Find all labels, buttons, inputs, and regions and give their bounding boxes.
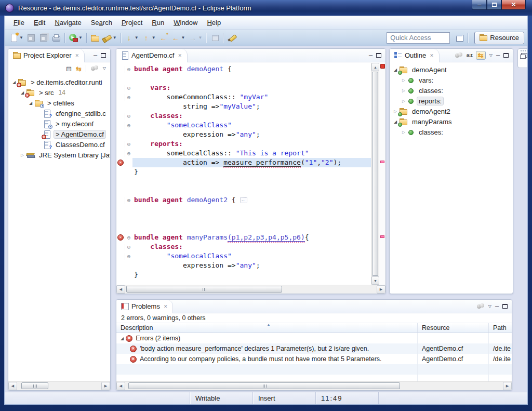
search-button[interactable]: ▼ bbox=[101, 32, 118, 44]
outline-item[interactable]: ▷classes: bbox=[390, 85, 513, 96]
view-menu-icon[interactable]: ▽ bbox=[489, 54, 493, 58]
drag-handle-icon[interactable] bbox=[521, 50, 527, 51]
project-explorer-item[interactable]: ◢> cfefiles bbox=[8, 98, 110, 108]
problems-row[interactable]: ◢Errors (2 items) bbox=[116, 333, 512, 343]
link-with-editor-icon[interactable]: ⇆ bbox=[76, 65, 82, 72]
view-menu-icon[interactable]: ▽ bbox=[103, 67, 106, 71]
code-line[interactable]: } bbox=[116, 270, 371, 280]
maximize-view-icon[interactable] bbox=[503, 53, 509, 58]
project-explorer-item[interactable]: > my.cfeconf bbox=[8, 118, 110, 129]
run-external-tools-button[interactable]: ▼ bbox=[67, 32, 84, 44]
code-line[interactable]: string =>"myValue"; bbox=[116, 102, 371, 111]
problems-row[interactable]: According to our company policies, a bun… bbox=[116, 354, 512, 364]
previous-annotation-button[interactable]: ▼ bbox=[140, 32, 157, 44]
outline-item[interactable]: ▷classes: bbox=[390, 127, 513, 137]
close-view-icon[interactable]: ✕ bbox=[75, 53, 79, 58]
dropdown-arrow-icon[interactable]: ▼ bbox=[198, 35, 203, 40]
scroll-track[interactable] bbox=[125, 382, 503, 390]
scroll-down-icon[interactable]: ▼ bbox=[371, 276, 379, 285]
fold-collapse-icon[interactable]: ⊖ bbox=[125, 66, 132, 73]
code-line[interactable]: ⊖ "someLocalClass" bbox=[116, 251, 371, 261]
code-line[interactable] bbox=[116, 186, 371, 195]
code-line[interactable] bbox=[116, 214, 371, 223]
column-header-description[interactable]: Description▲ bbox=[116, 323, 418, 333]
close-view-icon[interactable]: ✕ bbox=[430, 53, 434, 58]
project-explorer-item[interactable]: ▷JRE System Library [Jav bbox=[8, 150, 110, 160]
fold-collapse-icon[interactable]: ⊖ bbox=[125, 113, 132, 120]
code-line[interactable]: } bbox=[116, 167, 371, 177]
dropdown-arrow-icon[interactable]: ▼ bbox=[19, 35, 23, 40]
project-explorer-item[interactable]: cfengine_stdlib.c bbox=[8, 108, 110, 118]
scroll-left-icon[interactable]: ◀ bbox=[8, 382, 17, 390]
project-explorer-item[interactable]: ◢> de.itemis.cfeditor.runti bbox=[8, 77, 110, 87]
error-marker-icon[interactable] bbox=[380, 235, 384, 238]
code-line[interactable]: ⊕bundle agent demoAgent2 { bbox=[116, 195, 371, 205]
scroll-thumb[interactable] bbox=[128, 382, 400, 389]
project-explorer-item[interactable]: ◢> src14 bbox=[8, 87, 110, 98]
scroll-track[interactable] bbox=[17, 382, 101, 390]
outline-item[interactable]: ▷demoAgent2 bbox=[390, 106, 513, 116]
code-line[interactable]: expression =>"any"; bbox=[116, 261, 371, 270]
focus-icon[interactable] bbox=[90, 65, 99, 72]
collapsed-arrow-icon[interactable]: ▷ bbox=[400, 130, 407, 135]
forward-button[interactable]: ▼ bbox=[187, 32, 204, 44]
fold-collapse-icon[interactable]: ⊖ bbox=[125, 150, 132, 157]
collapsed-arrow-icon[interactable]: ▷ bbox=[400, 88, 407, 93]
code-line[interactable]: expression =>"any"; bbox=[116, 130, 371, 139]
code-line[interactable]: action => measure_performance("1","2"); bbox=[116, 158, 371, 167]
collapsed-arrow-icon[interactable]: ▷ bbox=[19, 153, 26, 157]
menu-project[interactable]: Project bbox=[117, 17, 147, 28]
code-line[interactable] bbox=[116, 223, 371, 233]
close-editor-icon[interactable]: ✕ bbox=[178, 53, 182, 58]
gutter-error-marker[interactable] bbox=[116, 234, 125, 241]
scroll-thumb[interactable] bbox=[126, 286, 282, 293]
code-line[interactable]: ⊖ someLocalClass:: "This is a report" bbox=[116, 149, 371, 158]
quick-access-input[interactable] bbox=[387, 32, 450, 44]
focus-icon[interactable] bbox=[476, 303, 485, 310]
fold-expand-icon[interactable]: ⊕ bbox=[125, 197, 132, 204]
overview-ruler[interactable] bbox=[379, 63, 385, 285]
scroll-track[interactable] bbox=[371, 71, 379, 276]
print-button[interactable] bbox=[50, 32, 62, 44]
scroll-thumb[interactable] bbox=[21, 382, 48, 389]
fold-collapse-icon[interactable]: ⊖ bbox=[125, 141, 132, 148]
code-line[interactable]: ⊖ "someLocalClass" bbox=[116, 121, 371, 130]
link-with-editor-button[interactable] bbox=[208, 32, 221, 44]
sort-icon[interactable]: a↓z bbox=[467, 53, 472, 58]
scroll-track[interactable] bbox=[125, 285, 377, 294]
fold-collapse-icon[interactable]: ⊖ bbox=[125, 253, 132, 260]
code-line[interactable]: ⊖ reports: bbox=[116, 139, 371, 149]
menu-window[interactable]: Window bbox=[169, 17, 202, 28]
expanded-arrow-icon[interactable]: ◢ bbox=[121, 336, 124, 341]
menu-navigate[interactable]: Navigate bbox=[50, 17, 86, 28]
collapsed-arrow-icon[interactable]: ▷ bbox=[400, 99, 407, 103]
outline-item[interactable]: ▷reports: bbox=[390, 96, 513, 106]
back-button[interactable]: ▼ bbox=[170, 32, 187, 44]
project-explorer-item[interactable]: > AgentDemo.cf bbox=[8, 129, 110, 139]
project-explorer-item[interactable]: ClassesDemo.cf bbox=[8, 139, 110, 150]
collapse-all-icon[interactable]: ⊟ bbox=[66, 65, 72, 72]
save-button[interactable] bbox=[25, 32, 37, 44]
dropdown-arrow-icon[interactable]: ▼ bbox=[135, 35, 139, 40]
new-wizard-button[interactable]: ▼ bbox=[8, 32, 25, 44]
scroll-right-icon[interactable]: ▶ bbox=[503, 382, 512, 390]
minimize-editor-icon[interactable]: ─ bbox=[369, 53, 373, 58]
gutter-error-marker[interactable] bbox=[116, 160, 125, 166]
fold-collapse-icon[interactable]: ⊖ bbox=[125, 85, 132, 91]
view-menu-icon[interactable]: ▽ bbox=[488, 304, 491, 309]
column-header-resource[interactable]: Resource bbox=[418, 323, 489, 333]
code-line[interactable] bbox=[116, 74, 371, 83]
folded-region-icon[interactable] bbox=[240, 197, 247, 203]
code-line[interactable]: ⊖ someCommonClass:: "myVar" bbox=[116, 92, 371, 102]
editor-hscrollbar[interactable]: ◀ ▶ bbox=[116, 285, 385, 294]
minimize-view-icon[interactable]: ─ bbox=[94, 53, 97, 58]
next-annotation-button[interactable]: ▼ bbox=[123, 32, 140, 44]
last-edit-location-button[interactable] bbox=[157, 32, 170, 44]
problems-row[interactable]: 'body action measure_performance' declar… bbox=[116, 343, 512, 354]
menu-edit[interactable]: Edit bbox=[29, 17, 50, 28]
scroll-thumb[interactable] bbox=[372, 72, 378, 276]
column-header-path[interactable]: Path bbox=[489, 323, 512, 333]
menu-run[interactable]: Run bbox=[147, 17, 169, 28]
code-line[interactable]: ⊖bundle agent demoAgent { bbox=[116, 64, 371, 74]
menu-file[interactable]: File bbox=[9, 17, 29, 28]
